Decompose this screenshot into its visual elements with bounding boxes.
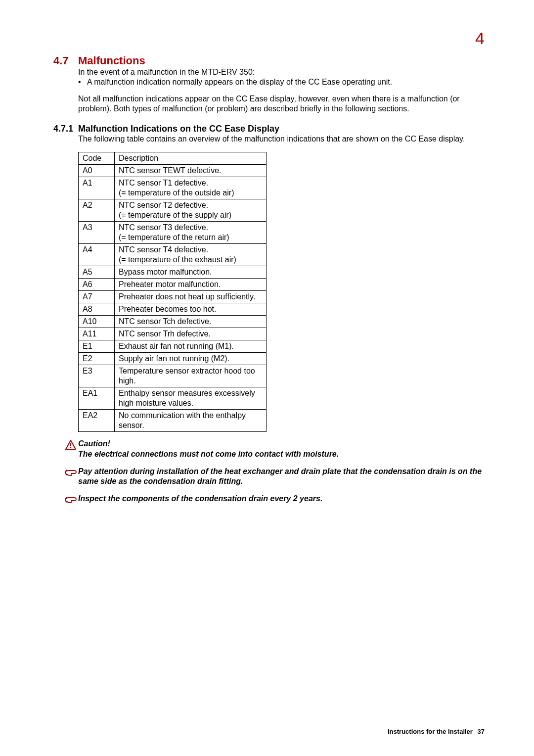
th-code: Code (79, 152, 115, 165)
cell-desc: Exhaust air fan not running (M1). (115, 340, 267, 353)
footer-label: Instructions for the Installer (388, 728, 473, 735)
table-row: A0NTC sensor TEWT defective. (79, 165, 267, 177)
table-row: E1Exhaust air fan not running (M1). (79, 340, 267, 353)
caution-label: Caution! (78, 439, 110, 448)
section-title: Malfunctions (78, 54, 145, 67)
table-row: A10NTC sensor Tch defective. (79, 316, 267, 328)
table-row: A1NTC sensor T1 defective.(= temperature… (79, 177, 267, 199)
svg-point-2 (70, 447, 72, 448)
cell-desc: Preheater becomes too hot. (115, 303, 267, 316)
cell-desc: Enthalpy sensor measures excessively hig… (115, 387, 267, 410)
section-heading: 4.7 Malfunctions (53, 54, 485, 67)
cell-code: E1 (79, 340, 115, 353)
page-number: 37 (478, 728, 485, 735)
table-row: A8Preheater becomes too hot. (79, 303, 267, 316)
cell-code: A2 (79, 199, 115, 222)
cell-code: A1 (79, 177, 115, 199)
table-header-row: Code Description (79, 152, 267, 165)
cell-code: A7 (79, 291, 115, 303)
cell-desc: NTC sensor TEWT defective. (115, 165, 267, 177)
table-wrapper: Code Description A0NTC sensor TEWT defec… (78, 152, 485, 432)
cell-code: A4 (79, 244, 115, 266)
table-row: A3NTC sensor T3 defective.(= temperature… (79, 222, 267, 244)
cell-desc: No communication with the enthalpy senso… (115, 410, 267, 432)
table-row: EA2No communication with the enthalpy se… (79, 410, 267, 432)
warning-icon (63, 439, 78, 460)
cell-code: EA2 (79, 410, 115, 432)
intro-line: In the event of a malfunction in the MTD… (78, 67, 485, 77)
bullet-list: A malfunction indication normally appear… (78, 77, 485, 87)
caution-note: Caution! The electrical connections must… (63, 439, 485, 460)
cell-desc: Supply air fan not running (M2). (115, 353, 267, 365)
cell-code: A11 (79, 328, 115, 340)
subsection-title: Malfunction Indications on the CC Ease D… (78, 124, 279, 134)
subsection-heading: 4.7.1 Malfunction Indications on the CC … (53, 124, 485, 134)
subsection-number: 4.7.1 (53, 124, 78, 134)
cell-desc: NTC sensor T3 defective.(= temperature o… (115, 222, 267, 244)
note-text: Inspect the components of the condensati… (78, 494, 322, 504)
cell-code: A6 (79, 279, 115, 291)
cell-desc: NTC sensor Trh defective. (115, 328, 267, 340)
table-row: A5Bypass motor malfunction. (79, 266, 267, 279)
list-item: A malfunction indication normally appear… (78, 77, 485, 87)
cell-desc: Preheater motor malfunction. (115, 279, 267, 291)
note-text: Pay attention during installation of the… (78, 467, 485, 487)
page-footer: Instructions for the Installer 37 (388, 728, 485, 735)
table-row: EA1Enthalpy sensor measures excessively … (79, 387, 267, 410)
paragraph: Not all malfunction indications appear o… (78, 94, 485, 114)
cell-code: A3 (79, 222, 115, 244)
section-number: 4.7 (53, 54, 78, 67)
caution-text: Caution! The electrical connections must… (78, 439, 339, 460)
table-row: A6Preheater motor malfunction. (79, 279, 267, 291)
table-row: A7Preheater does not heat up sufﬁciently… (79, 291, 267, 303)
chapter-number: 4 (475, 29, 485, 48)
subsection-intro: The following table contains an overview… (78, 134, 485, 144)
caution-body: The electrical connections must not come… (78, 450, 339, 458)
table-row: E2Supply air fan not running (M2). (79, 353, 267, 365)
cell-code: E3 (79, 365, 115, 387)
cell-code: A0 (79, 165, 115, 177)
cell-desc: NTC sensor T2 defective.(= temperature o… (115, 199, 267, 222)
cell-code: A8 (79, 303, 115, 316)
table-row: E3Temperature sensor extractor hood too … (79, 365, 267, 387)
malfunction-table: Code Description A0NTC sensor TEWT defec… (78, 152, 267, 432)
cell-code: A5 (79, 266, 115, 279)
table-row: A2NTC sensor T2 defective.(= temperature… (79, 199, 267, 222)
hand-point-icon (63, 467, 78, 487)
cell-desc: Temperature sensor extractor hood too hi… (115, 365, 267, 387)
cell-desc: NTC sensor T4 defective.(= temperature o… (115, 244, 267, 266)
hand-point-icon (63, 494, 78, 504)
info-note: Inspect the components of the condensati… (63, 494, 485, 504)
info-note: Pay attention during installation of the… (63, 467, 485, 487)
cell-desc: NTC sensor T1 defective.(= temperature o… (115, 177, 267, 199)
table-row: A4NTC sensor T4 defective.(= temperature… (79, 244, 267, 266)
section-body: In the event of a malfunction in the MTD… (78, 67, 485, 114)
th-desc: Description (115, 152, 267, 165)
cell-desc: NTC sensor Tch defective. (115, 316, 267, 328)
page: 4 4.7 Malfunctions In the event of a mal… (0, 0, 534, 756)
cell-code: A10 (79, 316, 115, 328)
cell-code: EA1 (79, 387, 115, 410)
cell-desc: Bypass motor malfunction. (115, 266, 267, 279)
table-row: A11NTC sensor Trh defective. (79, 328, 267, 340)
cell-code: E2 (79, 353, 115, 365)
cell-desc: Preheater does not heat up sufﬁciently. (115, 291, 267, 303)
